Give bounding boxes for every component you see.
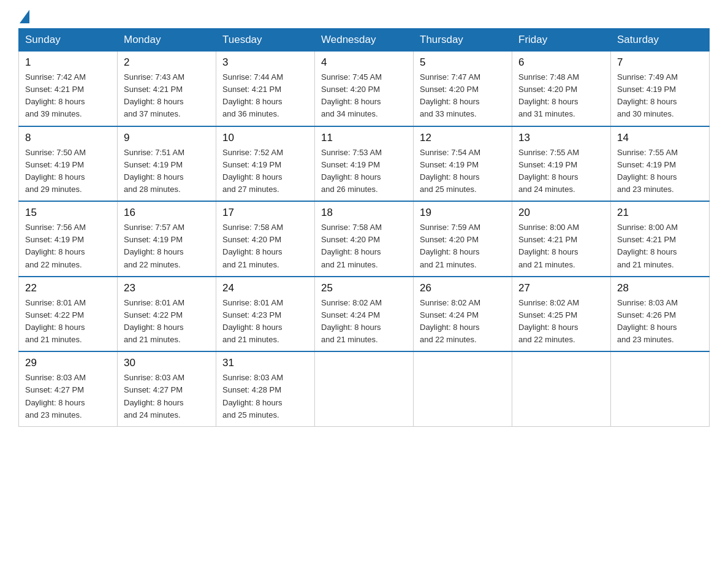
calendar-cell: 19Sunrise: 7:59 AMSunset: 4:20 PMDayligh… (414, 201, 512, 277)
day-number: 1 (25, 56, 111, 69)
column-header-monday: Monday (118, 29, 216, 52)
calendar-cell: 1Sunrise: 7:42 AMSunset: 4:21 PMDaylight… (19, 52, 118, 126)
day-info: Sunrise: 8:03 AMSunset: 4:27 PMDaylight:… (25, 372, 111, 421)
day-number: 5 (420, 56, 506, 69)
calendar-cell (315, 351, 414, 426)
day-number: 30 (124, 357, 210, 369)
calendar-table: SundayMondayTuesdayWednesdayThursdayFrid… (18, 28, 710, 427)
day-number: 23 (124, 282, 210, 294)
day-number: 10 (222, 132, 308, 144)
day-info: Sunrise: 7:57 AMSunset: 4:19 PMDaylight:… (124, 221, 210, 271)
logo (18, 12, 29, 22)
logo-triangle-icon (20, 10, 29, 23)
day-info: Sunrise: 7:44 AMSunset: 4:21 PMDaylight:… (222, 71, 308, 121)
day-number: 18 (321, 207, 407, 219)
column-header-wednesday: Wednesday (315, 29, 414, 52)
day-number: 16 (124, 207, 210, 219)
day-info: Sunrise: 7:58 AMSunset: 4:20 PMDaylight:… (321, 221, 407, 271)
day-info: Sunrise: 7:50 AMSunset: 4:19 PMDaylight:… (25, 147, 111, 196)
day-info: Sunrise: 8:00 AMSunset: 4:21 PMDaylight:… (518, 221, 604, 271)
calendar-cell: 7Sunrise: 7:49 AMSunset: 4:19 PMDaylight… (611, 52, 710, 126)
column-header-sunday: Sunday (19, 29, 118, 52)
calendar-cell: 22Sunrise: 8:01 AMSunset: 4:22 PMDayligh… (19, 277, 118, 352)
calendar-cell: 23Sunrise: 8:01 AMSunset: 4:22 PMDayligh… (118, 277, 216, 352)
calendar-cell: 28Sunrise: 8:03 AMSunset: 4:26 PMDayligh… (611, 277, 710, 352)
day-number: 14 (617, 132, 703, 144)
calendar-header-row: SundayMondayTuesdayWednesdayThursdayFrid… (19, 29, 710, 52)
calendar-cell: 18Sunrise: 7:58 AMSunset: 4:20 PMDayligh… (315, 201, 414, 277)
day-number: 26 (420, 282, 506, 294)
calendar-cell: 6Sunrise: 7:48 AMSunset: 4:20 PMDaylight… (512, 52, 611, 126)
day-info: Sunrise: 7:47 AMSunset: 4:20 PMDaylight:… (420, 71, 506, 121)
day-info: Sunrise: 8:01 AMSunset: 4:22 PMDaylight:… (25, 297, 111, 347)
calendar-cell: 13Sunrise: 7:55 AMSunset: 4:19 PMDayligh… (512, 126, 611, 202)
day-info: Sunrise: 7:56 AMSunset: 4:19 PMDaylight:… (25, 221, 111, 271)
page-header (18, 12, 710, 22)
column-header-friday: Friday (512, 29, 611, 52)
day-info: Sunrise: 8:01 AMSunset: 4:23 PMDaylight:… (222, 297, 308, 347)
day-number: 12 (420, 132, 506, 144)
calendar-cell: 17Sunrise: 7:58 AMSunset: 4:20 PMDayligh… (216, 201, 315, 277)
calendar-week-row: 29Sunrise: 8:03 AMSunset: 4:27 PMDayligh… (19, 351, 710, 426)
calendar-cell: 25Sunrise: 8:02 AMSunset: 4:24 PMDayligh… (315, 277, 414, 352)
day-info: Sunrise: 8:03 AMSunset: 4:27 PMDaylight:… (124, 372, 210, 421)
day-info: Sunrise: 8:03 AMSunset: 4:28 PMDaylight:… (222, 372, 308, 421)
day-info: Sunrise: 7:42 AMSunset: 4:21 PMDaylight:… (25, 71, 111, 121)
calendar-week-row: 22Sunrise: 8:01 AMSunset: 4:22 PMDayligh… (19, 277, 710, 352)
day-number: 27 (518, 282, 604, 294)
day-info: Sunrise: 7:49 AMSunset: 4:19 PMDaylight:… (617, 71, 703, 121)
day-number: 19 (420, 207, 506, 219)
calendar-week-row: 15Sunrise: 7:56 AMSunset: 4:19 PMDayligh… (19, 201, 710, 277)
day-number: 8 (25, 132, 111, 144)
calendar-cell: 4Sunrise: 7:45 AMSunset: 4:20 PMDaylight… (315, 52, 414, 126)
day-info: Sunrise: 7:45 AMSunset: 4:20 PMDaylight:… (321, 71, 407, 121)
day-info: Sunrise: 8:02 AMSunset: 4:25 PMDaylight:… (518, 297, 604, 347)
column-header-saturday: Saturday (611, 29, 710, 52)
calendar-cell: 21Sunrise: 8:00 AMSunset: 4:21 PMDayligh… (611, 201, 710, 277)
calendar-week-row: 8Sunrise: 7:50 AMSunset: 4:19 PMDaylight… (19, 126, 710, 202)
day-number: 17 (222, 207, 308, 219)
day-info: Sunrise: 8:02 AMSunset: 4:24 PMDaylight:… (420, 297, 506, 347)
calendar-cell: 2Sunrise: 7:43 AMSunset: 4:21 PMDaylight… (118, 52, 216, 126)
calendar-cell: 30Sunrise: 8:03 AMSunset: 4:27 PMDayligh… (118, 351, 216, 426)
day-number: 9 (124, 132, 210, 144)
day-info: Sunrise: 7:55 AMSunset: 4:19 PMDaylight:… (518, 147, 604, 196)
day-number: 28 (617, 282, 703, 294)
calendar-cell (512, 351, 611, 426)
day-info: Sunrise: 7:53 AMSunset: 4:19 PMDaylight:… (321, 147, 407, 196)
calendar-cell: 16Sunrise: 7:57 AMSunset: 4:19 PMDayligh… (118, 201, 216, 277)
calendar-cell: 24Sunrise: 8:01 AMSunset: 4:23 PMDayligh… (216, 277, 315, 352)
day-number: 22 (25, 282, 111, 294)
day-number: 6 (518, 56, 604, 69)
calendar-cell: 9Sunrise: 7:51 AMSunset: 4:19 PMDaylight… (118, 126, 216, 202)
calendar-cell: 5Sunrise: 7:47 AMSunset: 4:20 PMDaylight… (414, 52, 512, 126)
calendar-cell: 8Sunrise: 7:50 AMSunset: 4:19 PMDaylight… (19, 126, 118, 202)
day-info: Sunrise: 8:03 AMSunset: 4:26 PMDaylight:… (617, 297, 703, 347)
day-number: 4 (321, 56, 407, 69)
day-number: 24 (222, 282, 308, 294)
column-header-thursday: Thursday (414, 29, 512, 52)
day-info: Sunrise: 8:01 AMSunset: 4:22 PMDaylight:… (124, 297, 210, 347)
day-number: 21 (617, 207, 703, 219)
day-info: Sunrise: 7:43 AMSunset: 4:21 PMDaylight:… (124, 71, 210, 121)
calendar-cell (611, 351, 710, 426)
calendar-cell: 14Sunrise: 7:55 AMSunset: 4:19 PMDayligh… (611, 126, 710, 202)
day-number: 15 (25, 207, 111, 219)
calendar-cell: 31Sunrise: 8:03 AMSunset: 4:28 PMDayligh… (216, 351, 315, 426)
calendar-cell: 15Sunrise: 7:56 AMSunset: 4:19 PMDayligh… (19, 201, 118, 277)
calendar-cell: 27Sunrise: 8:02 AMSunset: 4:25 PMDayligh… (512, 277, 611, 352)
day-number: 29 (25, 357, 111, 369)
day-info: Sunrise: 7:58 AMSunset: 4:20 PMDaylight:… (222, 221, 308, 271)
calendar-cell: 29Sunrise: 8:03 AMSunset: 4:27 PMDayligh… (19, 351, 118, 426)
calendar-cell: 12Sunrise: 7:54 AMSunset: 4:19 PMDayligh… (414, 126, 512, 202)
column-header-tuesday: Tuesday (216, 29, 315, 52)
day-number: 2 (124, 56, 210, 69)
calendar-cell: 10Sunrise: 7:52 AMSunset: 4:19 PMDayligh… (216, 126, 315, 202)
day-number: 20 (518, 207, 604, 219)
day-number: 3 (222, 56, 308, 69)
calendar-cell: 11Sunrise: 7:53 AMSunset: 4:19 PMDayligh… (315, 126, 414, 202)
calendar-week-row: 1Sunrise: 7:42 AMSunset: 4:21 PMDaylight… (19, 52, 710, 126)
calendar-cell: 3Sunrise: 7:44 AMSunset: 4:21 PMDaylight… (216, 52, 315, 126)
day-info: Sunrise: 7:51 AMSunset: 4:19 PMDaylight:… (124, 147, 210, 196)
day-info: Sunrise: 7:52 AMSunset: 4:19 PMDaylight:… (222, 147, 308, 196)
